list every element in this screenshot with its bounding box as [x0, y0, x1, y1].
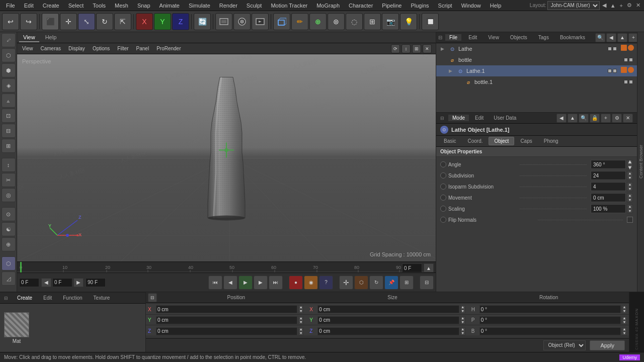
scene-obj-lathe[interactable]: ▶ ⊙ Lathe — [436, 43, 637, 54]
psr-pos-y[interactable] — [156, 316, 297, 324]
attr-radio-scaling[interactable] — [440, 206, 446, 212]
lathe-tag-2[interactable] — [628, 45, 634, 51]
playback-frame[interactable] — [52, 278, 72, 287]
rotate-anim-btn[interactable]: ↻ — [369, 276, 383, 290]
scene-tab-file[interactable]: File — [445, 34, 461, 41]
scene-tab-bookmarks[interactable]: Bookmarks — [556, 34, 589, 41]
menu-animate[interactable]: Animate — [155, 2, 184, 10]
menu-create[interactable]: Create — [39, 2, 63, 10]
snap-enable[interactable]: 🔲 — [422, 13, 439, 30]
coord-system[interactable]: 🔄 — [194, 13, 211, 30]
sidebar-btn-13[interactable]: ☯ — [2, 222, 16, 236]
cube-tool[interactable] — [273, 13, 290, 30]
undo-button[interactable]: ↩ — [2, 13, 19, 30]
bottle1-dot-2[interactable] — [629, 80, 633, 84]
attr-tab-mode[interactable]: Mode — [448, 115, 469, 121]
mat-tab-edit[interactable]: Edit — [39, 295, 56, 301]
psr-icon-1[interactable]: ⊟ — [148, 293, 157, 302]
scene-obj-bottle[interactable]: ▶ ⌀ bottle — [436, 54, 637, 65]
record-keyframe-btn[interactable]: ◉ — [304, 276, 318, 290]
key-btn[interactable]: ⬡ — [354, 276, 368, 290]
lathe1-dot-2[interactable] — [613, 69, 617, 73]
scene-obj-lathe1[interactable]: ▶ ⊙ Lathe.1 — [436, 65, 637, 76]
psr-spin-rot-h[interactable]: ▲▼ — [622, 305, 627, 313]
layout-close[interactable]: ✕ — [634, 2, 642, 9]
attr-add[interactable]: + — [601, 114, 611, 123]
move-tool[interactable]: ✛ — [60, 13, 77, 30]
attr-subtab-caps[interactable]: Caps — [515, 137, 537, 145]
attr-radio-angle[interactable] — [440, 161, 446, 167]
menu-select[interactable]: Select — [64, 2, 88, 10]
sidebar-btn-1[interactable]: 🖊 — [2, 33, 16, 47]
render-region[interactable] — [215, 13, 232, 30]
scene-obj-bottle1[interactable]: ▶ ⌀ bottle.1 — [436, 76, 637, 87]
sidebar-btn-8[interactable]: ⊞ — [2, 139, 16, 153]
attr-spinner-isoparm[interactable]: ▲▼ — [627, 182, 633, 191]
layout-nav-up[interactable]: ▲ — [609, 3, 617, 9]
sidebar-btn-16[interactable]: ◿ — [2, 272, 16, 286]
scale-tool[interactable]: ⤡ — [78, 13, 95, 30]
attr-subtab-coord[interactable]: Coord. — [462, 137, 488, 145]
redo-button[interactable]: ↪ — [20, 13, 37, 30]
attr-tab-user-data[interactable]: User Data — [490, 115, 520, 121]
attr-nav-up[interactable]: ▲ — [568, 114, 578, 123]
attr-spinner-subdivision[interactable]: ▲▼ — [627, 171, 633, 180]
attr-value-angle[interactable] — [591, 160, 626, 169]
psr-spin-size-y[interactable]: ▲▼ — [460, 316, 465, 324]
sidebar-btn-2[interactable]: ⬡ — [2, 48, 16, 62]
scene-tab-objects[interactable]: Objects — [506, 34, 531, 41]
select-tool[interactable]: ⬛ — [42, 13, 59, 30]
end-frame-input[interactable] — [86, 278, 106, 287]
z-axis-btn[interactable]: Z — [172, 13, 189, 30]
attr-settings[interactable]: ⚙ — [612, 114, 622, 123]
attr-subtab-basic[interactable]: Basic — [438, 137, 461, 145]
scene-tab-tags[interactable]: Tags — [534, 34, 553, 41]
attr-radio-movement[interactable] — [440, 195, 446, 201]
menu-plugins[interactable]: Plugins — [407, 2, 433, 10]
menu-motion-tracker[interactable]: Motion Tracker — [267, 2, 311, 10]
psr-rot-h[interactable] — [479, 305, 621, 313]
search-icon[interactable]: 🔍 — [595, 33, 605, 42]
menu-tools[interactable]: Tools — [89, 2, 110, 10]
layout-settings[interactable]: ⚙ — [625, 2, 633, 9]
attr-spinner-scaling[interactable]: ▲▼ — [627, 204, 633, 213]
attr-lock[interactable]: 🔒 — [590, 114, 600, 123]
sidebar-btn-4[interactable]: ◈ — [2, 78, 16, 93]
mat-swatch-mat[interactable] — [4, 312, 29, 337]
psr-pos-z[interactable] — [156, 327, 297, 335]
sidebar-btn-6[interactable]: ⊡ — [2, 109, 16, 123]
attr-radio-flip-normals[interactable] — [440, 217, 446, 223]
current-frame-input[interactable] — [402, 263, 422, 273]
attr-value-movement[interactable] — [591, 193, 626, 202]
menu-script[interactable]: Script — [434, 2, 456, 10]
prev-frame-btn[interactable]: ◀ — [41, 278, 51, 287]
sidebar-btn-9[interactable]: ↕ — [2, 158, 16, 172]
psr-spin-pos-y[interactable]: ▲▼ — [298, 316, 303, 324]
attr-spinner-movement[interactable]: ▲▼ — [627, 193, 633, 202]
frame-up-btn[interactable]: ▲ — [424, 263, 434, 273]
lathe1-tag-1[interactable] — [621, 67, 627, 73]
record-btn[interactable]: ● — [289, 276, 303, 290]
menu-pipeline[interactable]: Pipeline — [378, 2, 406, 10]
menu-mograph[interactable]: MoGraph — [312, 2, 344, 10]
attr-tab-edit[interactable]: Edit — [471, 115, 488, 121]
vp-icon-4[interactable]: ✕ — [423, 44, 432, 53]
psr-pos-x[interactable] — [156, 305, 297, 313]
attr-value-isoparm[interactable] — [591, 182, 626, 191]
sidebar-btn-5[interactable]: ⟁ — [2, 94, 16, 108]
transform-tool[interactable]: ⇱ — [114, 13, 131, 30]
menu-snap[interactable]: Snap — [133, 2, 154, 10]
sidebar-btn-12[interactable]: ⊙ — [2, 207, 16, 221]
mat-tab-create[interactable]: Create — [13, 295, 36, 301]
attr-close[interactable]: ✕ — [623, 114, 633, 123]
step-fwd-btn[interactable]: ▶ — [254, 276, 268, 290]
vt-prorender[interactable]: ProRender — [153, 45, 184, 52]
mat-tab-texture[interactable]: Texture — [90, 295, 114, 301]
psr-spin-rot-b[interactable]: ▲▼ — [622, 327, 627, 335]
menu-character[interactable]: Character — [345, 2, 377, 10]
vp-icon-3[interactable]: ⊞ — [412, 44, 421, 53]
light-tool[interactable]: 💡 — [400, 13, 417, 30]
flatten-tool[interactable]: ⊞ — [364, 13, 381, 30]
tab-help[interactable]: Help — [41, 33, 61, 42]
sidebar-btn-15[interactable]: ⬡ — [2, 256, 16, 270]
